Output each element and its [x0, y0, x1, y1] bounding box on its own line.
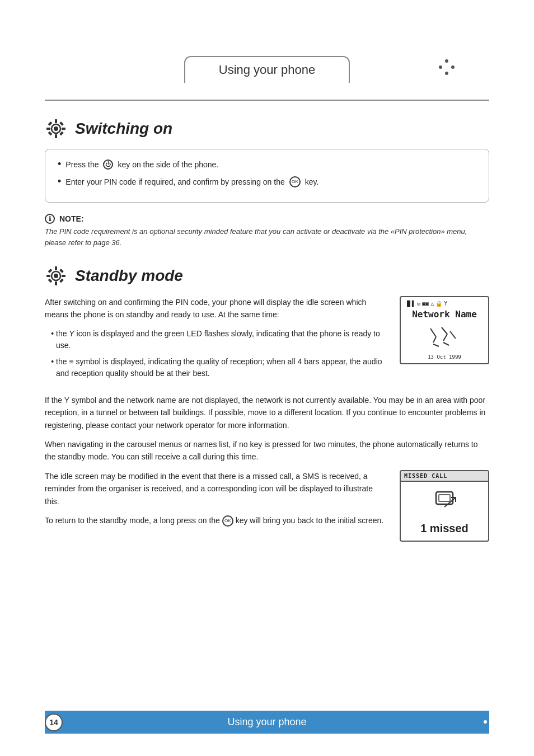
footer-page-number: 14: [45, 713, 63, 731]
missed-call-count: 1 missed: [420, 522, 469, 535]
footer-title: Using your phone: [227, 716, 306, 728]
footer-bar: 14 Using your phone: [45, 711, 489, 734]
phone-date: 13 Oct 1999: [405, 354, 484, 360]
missed-call-screen-header: MISSED CALL: [401, 471, 488, 482]
instructions-box: Press the ⏻ key on the side of the phone…: [45, 149, 489, 203]
standby-mode-icon: [45, 265, 67, 287]
standby-intro-text: After switching on and confirming the PI…: [45, 296, 388, 385]
return-standby-paragraph: To return to the standby mode, a long pr…: [45, 514, 388, 527]
missed-call-paragraph: The idle screen may be modified in the e…: [45, 470, 388, 508]
svg-rect-18: [48, 279, 53, 283]
missed-call-phone-icon: [428, 487, 461, 520]
instruction-2-text-after: key.: [305, 177, 319, 186]
phone-screen-display: ▐▌▌ ✉ ▣▣ △ 🔒 Y Network Name: [400, 296, 489, 364]
note-section: ℹ NOTE: The PIN code requirement is an o…: [45, 214, 489, 248]
svg-rect-4: [46, 128, 50, 130]
svg-rect-6: [48, 121, 53, 126]
note-text: The PIN code requirement is an optional …: [45, 226, 489, 248]
missed-call-section: The idle screen may be modified in the e…: [45, 470, 489, 542]
svg-rect-12: [55, 266, 57, 270]
standby-intro-paragraph: After switching on and confirming the PI…: [45, 296, 388, 321]
missed-call-text: The idle screen may be modified in the e…: [45, 470, 388, 534]
page-header: Using your phone: [45, 56, 489, 101]
svg-rect-2: [55, 119, 57, 123]
svg-point-1: [54, 126, 58, 131]
return-standby-text-after: key will bring you back to the initial s…: [236, 516, 384, 525]
svg-line-21: [433, 337, 436, 342]
svg-rect-8: [48, 132, 53, 136]
signal-icon: Y: [444, 300, 447, 307]
instruction-item-2: Enter your PIN code if required, and con…: [58, 176, 476, 187]
svg-rect-13: [55, 281, 57, 285]
missed-call-screen-body: 1 missed: [401, 482, 488, 541]
svg-line-23: [443, 334, 447, 341]
return-key-icon: OK: [222, 515, 233, 527]
instruction-1-text-before: Press the: [65, 160, 99, 169]
standby-bullets: the Y icon is displayed and the green LE…: [45, 328, 388, 379]
paragraph-carousel-menus: When navigating in the carousel menus or…: [45, 438, 489, 463]
note-label: NOTE:: [59, 214, 84, 223]
phone-status-icons: ▐▌▌ ✉ ▣▣ △ 🔒 Y: [405, 300, 484, 307]
note-icon: ℹ: [45, 214, 55, 224]
svg-rect-3: [55, 134, 57, 138]
svg-rect-15: [62, 275, 65, 277]
instruction-item-1: Press the ⏻ key on the side of the phone…: [58, 158, 476, 170]
alarm-icon: △: [430, 300, 434, 307]
lock-icon: 🔒: [435, 300, 442, 307]
message-icon: ✉: [417, 300, 420, 307]
paragraph-network-unavailable: If the Y symbol and the network name are…: [45, 394, 489, 431]
svg-line-25: [433, 344, 439, 346]
battery-icon: ▐▌▌: [405, 300, 415, 307]
switching-on-heading: Switching on: [75, 120, 172, 138]
header-decoration: [439, 59, 456, 76]
standby-mode-title-row: Standby mode: [45, 265, 489, 287]
page: Using your phone: [0, 0, 534, 756]
instruction-2-text-before: Enter your PIN code if required, and con…: [65, 177, 284, 186]
missed-call-screen: MISSED CALL 1 missed: [400, 470, 489, 542]
ok-button-icon: OK: [289, 176, 301, 187]
header-section: Using your phone: [45, 56, 489, 83]
switching-on-icon: [45, 118, 67, 140]
instruction-1-text-after: key on the side of the phone.: [118, 160, 218, 169]
header-title: Using your phone: [184, 56, 350, 83]
svg-line-26: [443, 342, 449, 345]
svg-rect-5: [62, 128, 65, 130]
svg-line-24: [450, 331, 456, 339]
standby-bullet-1: the Y icon is displayed and the green LE…: [56, 328, 388, 351]
standby-mode-heading: Standby mode: [75, 267, 183, 285]
svg-point-11: [54, 274, 58, 278]
svg-rect-17: [59, 269, 64, 273]
return-standby-text-before: To return to the standby mode, a long pr…: [45, 516, 220, 525]
signal-display: [405, 323, 484, 351]
footer: 14 Using your phone: [0, 711, 534, 734]
instructions-list: Press the ⏻ key on the side of the phone…: [58, 158, 476, 187]
switching-on-title-row: Switching on: [45, 118, 489, 140]
svg-rect-16: [48, 269, 53, 273]
svg-rect-14: [46, 275, 50, 277]
svg-line-22: [442, 327, 447, 334]
standby-bullet-2: the ≡ symbol is displayed, indicating th…: [56, 356, 388, 379]
svg-rect-7: [59, 121, 64, 126]
svg-rect-9: [59, 132, 64, 136]
power-button-icon: ⏻: [103, 159, 113, 170]
standby-intro-section: After switching on and confirming the PI…: [45, 296, 489, 385]
footer-decoration: [484, 714, 500, 731]
network-name: Network Name: [405, 309, 484, 320]
svg-line-20: [430, 328, 436, 337]
svg-rect-28: [439, 495, 450, 501]
voicemail-icon: ▣▣: [422, 300, 429, 307]
svg-rect-19: [59, 279, 64, 283]
note-header: ℹ NOTE:: [45, 214, 489, 224]
